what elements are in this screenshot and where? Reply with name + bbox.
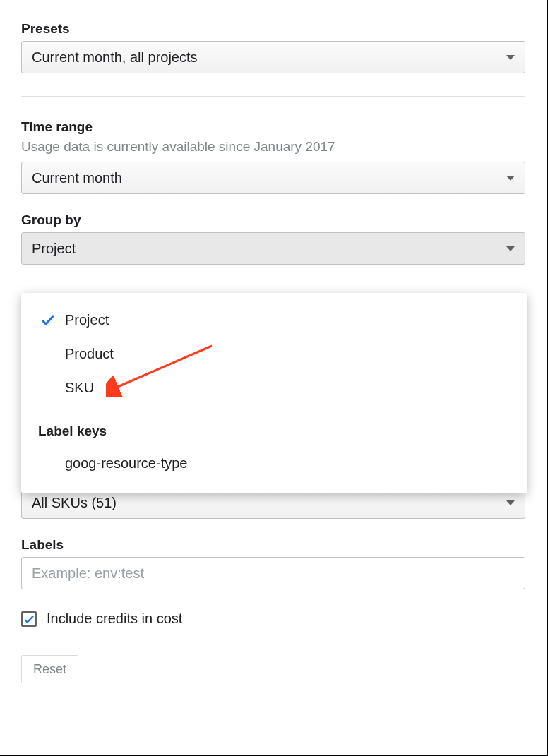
time-range-sublabel: Usage data is currently available since … [21, 139, 525, 155]
presets-section: Presets Current month, all projects [21, 21, 525, 73]
group-by-dropdown: Project Product SKU Label keys goog-reso… [21, 293, 527, 493]
chevron-down-icon [506, 176, 515, 181]
group-by-select[interactable]: Project [21, 232, 525, 265]
option-label: Project [65, 312, 109, 328]
group-by-option-product[interactable]: Product [21, 337, 527, 371]
time-range-select[interactable]: Current month [21, 162, 525, 194]
labels-label: Labels [21, 537, 525, 553]
group-by-label: Group by [21, 212, 525, 228]
time-range-value: Current month [32, 170, 122, 186]
group-by-option-sku[interactable]: SKU [21, 371, 527, 404]
include-credits-row: Include credits in cost [21, 611, 525, 627]
reset-button[interactable]: Reset [21, 655, 78, 683]
labels-section: Labels [21, 537, 525, 589]
presets-value: Current month, all projects [32, 49, 198, 66]
skus-value: All SKUs (51) [32, 495, 117, 511]
chevron-down-icon [506, 55, 515, 60]
group-by-option-project[interactable]: Project [21, 303, 527, 337]
time-range-section: Time range Usage data is currently avail… [21, 119, 525, 194]
check-icon [23, 613, 35, 625]
include-credits-checkbox[interactable] [21, 611, 37, 627]
option-label: goog-resource-type [65, 455, 187, 472]
include-credits-label: Include credits in cost [47, 611, 182, 627]
option-label: SKU [65, 380, 94, 396]
divider [21, 96, 525, 97]
presets-label: Presets [21, 21, 525, 37]
group-by-section: Group by Project [21, 212, 525, 265]
time-range-label: Time range [21, 119, 525, 135]
check-icon [38, 311, 58, 328]
presets-select[interactable]: Current month, all projects [21, 41, 525, 73]
labels-input[interactable] [21, 557, 525, 589]
chevron-down-icon [506, 500, 515, 505]
group-by-value: Project [32, 241, 76, 257]
label-keys-header: Label keys [21, 412, 527, 446]
option-label: Product [65, 346, 114, 362]
chevron-down-icon [506, 246, 515, 251]
group-by-option-labelkey[interactable]: goog-resource-type [21, 446, 527, 480]
